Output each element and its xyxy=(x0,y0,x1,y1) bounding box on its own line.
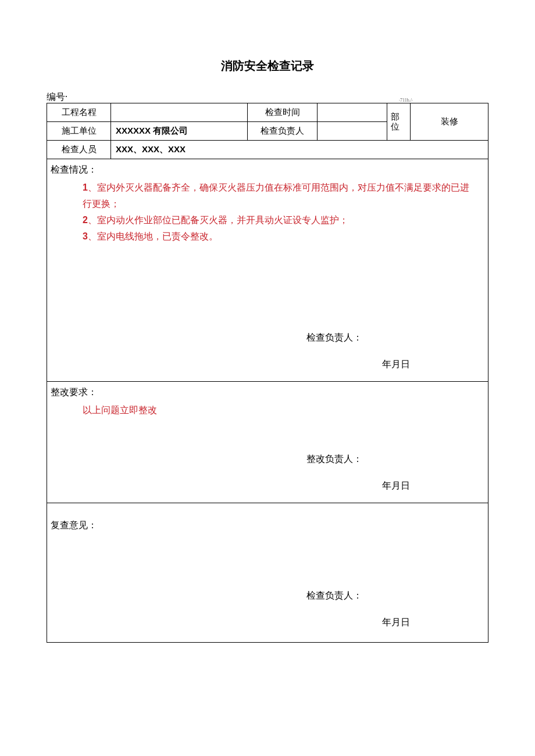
section-2-content: 以上问题立即整改 xyxy=(51,402,484,418)
section-2-cell: 整改要求： 以上问题立即整改 整改负责人： 年月日 xyxy=(47,382,488,503)
dept-value: 装修 xyxy=(411,103,488,141)
check-staff-value: XXX、XXX、XXX xyxy=(111,141,488,159)
section-3-sign: 检查负责人： 年月日 xyxy=(51,590,484,629)
section-3-row: 复查意见： 检查负责人： 年月日 xyxy=(47,503,488,643)
document-title: 消防安全检查记录 xyxy=(47,58,488,74)
item1-text: 、室内外灭火器配备齐全，确保灭火器压力值在标准可用范围内，对压力值不满足要求的已… xyxy=(83,182,469,209)
item1-num: 1 xyxy=(83,182,88,192)
check-staff-label: 检查人员 xyxy=(47,141,111,159)
section-3-sign-label: 检查负责人： xyxy=(306,590,484,602)
item2-text: 、室内动火作业部位已配备灭火器，并开具动火证设专人监护； xyxy=(88,215,348,225)
small-mark: ·711b./· xyxy=(47,98,488,103)
header-row-1: 工程名程 检查时间 部位 装修 xyxy=(47,103,488,122)
bianhao-label: 编号 xyxy=(47,92,65,102)
check-time-label: 检查时间 xyxy=(248,103,318,122)
section-1-header: 检查情况： xyxy=(51,164,484,176)
project-name-value xyxy=(111,103,248,122)
header-row-3: 检查人员 XXX、XXX、XXX xyxy=(47,141,488,159)
section-3-date: 年月日 xyxy=(306,617,484,629)
form-table: 工程名程 检查时间 部位 装修 施工单位 XXXXXX 有限公司 检查负责人 检… xyxy=(47,103,488,643)
check-leader-label: 检查负责人 xyxy=(248,122,318,141)
construction-unit-value: XXXXXX 有限公司 xyxy=(111,122,248,141)
section-2-header: 整改要求： xyxy=(51,386,484,399)
section-2-sign: 整改负责人： 年月日 xyxy=(51,453,484,492)
section-2-date: 年月日 xyxy=(306,480,484,492)
section-1-sign: 检查负责人： 年月日 xyxy=(51,332,484,371)
check-time-value xyxy=(318,103,387,122)
section-1-date: 年月日 xyxy=(306,359,484,371)
item3-num: 3 xyxy=(83,231,88,241)
construction-unit-label: 施工单位 xyxy=(47,122,111,141)
project-name-label: 工程名程 xyxy=(47,103,111,122)
item3-text: 、室内电线拖地，已责令整改。 xyxy=(88,231,218,241)
bianhao-dot: · xyxy=(65,92,67,102)
check-leader-value xyxy=(318,122,387,141)
section-1-content: 1、室内外灭火器配备齐全，确保灭火器压力值在标准可用范围内，对压力值不满足要求的… xyxy=(51,180,484,245)
item2-num: 2 xyxy=(83,215,88,225)
section-1-sign-label: 检查负责人： xyxy=(306,332,484,344)
section-1-item-3: 3、室内电线拖地，已责令整改。 xyxy=(83,228,473,245)
section-2-sign-label: 整改负责人： xyxy=(306,453,484,465)
section-3-cell: 复查意见： 检查负责人： 年月日 xyxy=(47,503,488,643)
section-2-row: 整改要求： 以上问题立即整改 整改负责人： 年月日 xyxy=(47,382,488,503)
section-3-header: 复查意见： xyxy=(51,519,484,532)
section-1-row: 检查情况： 1、室内外灭火器配备齐全，确保灭火器压力值在标准可用范围内，对压力值… xyxy=(47,159,488,382)
dept-label: 部位 xyxy=(387,103,411,141)
section-1-cell: 检查情况： 1、室内外灭火器配备齐全，确保灭火器压力值在标准可用范围内，对压力值… xyxy=(47,159,488,382)
section-1-item-1: 1、室内外灭火器配备齐全，确保灭火器压力值在标准可用范围内，对压力值不满足要求的… xyxy=(83,180,473,212)
section-1-item-2: 2、室内动火作业部位已配备灭火器，并开具动火证设专人监护； xyxy=(83,212,473,228)
